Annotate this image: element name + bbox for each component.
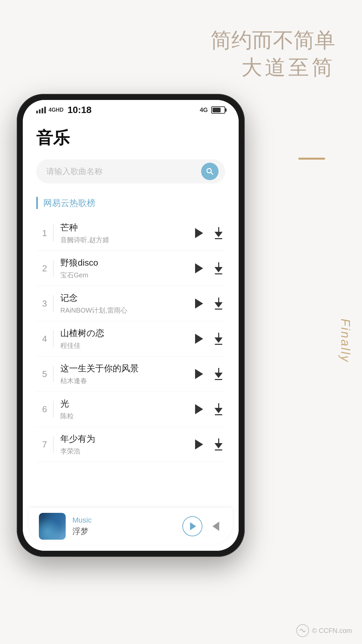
search-icon <box>205 167 214 176</box>
download-icon <box>215 368 223 380</box>
now-playing-song: 浮梦 <box>72 526 176 537</box>
song-artist: 李荣浩 <box>60 447 192 456</box>
network-label: 4GHD <box>49 107 63 113</box>
song-play-button[interactable] <box>192 402 205 416</box>
song-rank: 3 <box>36 299 53 309</box>
song-artist: 音阙诗听,赵方婧 <box>60 235 192 245</box>
watermark-text: © CCFN.com <box>312 627 352 635</box>
download-icon <box>215 403 223 415</box>
status-bar: 4GHD 10:18 4G <box>23 100 239 120</box>
song-rank: 1 <box>36 228 53 238</box>
svg-line-1 <box>211 172 213 175</box>
song-actions <box>192 297 225 310</box>
song-play-button[interactable] <box>192 262 205 275</box>
now-playing-info: Music 浮梦 <box>72 516 176 537</box>
song-actions <box>192 332 225 345</box>
song-artist: 宝石Gem <box>60 271 192 280</box>
song-actions <box>192 402 225 416</box>
download-icon <box>215 262 223 274</box>
play-icon <box>195 334 203 344</box>
song-name: 这一生关于你的风景 <box>60 363 192 374</box>
album-art <box>39 513 66 540</box>
song-item: 2 野狼disco 宝石Gem <box>36 251 225 286</box>
download-icon <box>215 298 223 310</box>
song-download-button[interactable] <box>212 226 225 240</box>
song-list: 1 芒种 音阙诗听,赵方婧 2 <box>36 216 225 462</box>
song-artist: 陈粒 <box>60 412 192 421</box>
song-play-button[interactable] <box>192 297 205 310</box>
song-play-button[interactable] <box>192 226 205 240</box>
play-circle-button[interactable] <box>182 516 202 536</box>
song-rank: 6 <box>36 404 53 415</box>
download-icon <box>215 333 223 345</box>
play-icon <box>195 404 203 414</box>
song-play-button[interactable] <box>192 367 205 381</box>
song-info: 这一生关于你的风景 枯木逢春 <box>60 363 192 385</box>
song-artist: RAiNBOW计划,雷雨心 <box>60 306 192 315</box>
play-circle-icon <box>190 522 196 530</box>
phone-frame: 4GHD 10:18 4G 音乐 请输入歌曲名称 <box>17 94 245 557</box>
song-download-button[interactable] <box>212 402 225 416</box>
song-name: 芒种 <box>60 222 192 233</box>
song-info: 芒种 音阙诗听,赵方婧 <box>60 222 192 245</box>
song-divider <box>53 401 54 418</box>
song-play-button[interactable] <box>192 332 205 345</box>
battery-fill <box>213 108 221 112</box>
song-item: 3 记念 RAiNBOW计划,雷雨心 <box>36 286 225 321</box>
download-icon <box>215 438 223 450</box>
phone-screen: 4GHD 10:18 4G 音乐 请输入歌曲名称 <box>23 100 239 551</box>
song-actions <box>192 262 225 275</box>
tagline-line2: 大道至简 <box>210 54 335 81</box>
song-item: 5 这一生关于你的风景 枯木逢春 <box>36 357 225 392</box>
song-name: 记念 <box>60 292 192 304</box>
song-rank: 2 <box>36 263 53 274</box>
svg-point-0 <box>207 168 211 173</box>
album-art-gradient <box>39 513 66 540</box>
download-icon <box>215 227 223 239</box>
signal-4g-label: 4G <box>200 107 208 114</box>
status-left: 4GHD 10:18 <box>36 105 92 115</box>
song-rank: 5 <box>36 369 53 379</box>
watermark-logo-icon <box>296 624 309 637</box>
watermark: © CCFN.com <box>296 624 352 637</box>
song-rank: 4 <box>36 334 53 344</box>
song-divider <box>53 295 54 312</box>
song-item: 4 山楂树の恋 程佳佳 <box>36 321 225 357</box>
song-name: 年少有为 <box>60 433 192 445</box>
song-play-button[interactable] <box>192 438 205 451</box>
song-download-button[interactable] <box>212 438 225 451</box>
section-title: 网易云热歌榜 <box>36 197 225 209</box>
song-item: 1 芒种 音阙诗听,赵方婧 <box>36 216 225 251</box>
search-placeholder: 请输入歌曲名称 <box>46 166 201 177</box>
tagline-block: 简约而不简单 大道至简 <box>210 27 335 81</box>
chevron-left-icon <box>213 522 219 531</box>
now-playing-bar[interactable]: Music 浮梦 <box>29 508 233 545</box>
dash-decoration <box>298 158 325 160</box>
song-divider <box>53 330 54 347</box>
phone-wrapper: 4GHD 10:18 4G 音乐 请输入歌曲名称 <box>17 94 245 590</box>
song-download-button[interactable] <box>212 262 225 275</box>
song-info: 年少有为 李荣浩 <box>60 433 192 456</box>
song-actions <box>192 438 225 451</box>
play-icon <box>195 299 203 309</box>
search-button[interactable] <box>201 163 219 180</box>
song-info: 光 陈粒 <box>60 398 192 421</box>
app-content: 音乐 请输入歌曲名称 网易云热歌榜 1 <box>23 120 239 551</box>
network-signal-icon <box>36 107 46 113</box>
play-icon <box>195 439 203 449</box>
song-divider <box>53 436 54 453</box>
battery-icon <box>211 106 225 114</box>
song-actions <box>192 226 225 240</box>
song-download-button[interactable] <box>212 332 225 345</box>
song-divider <box>53 260 54 277</box>
song-name: 野狼disco <box>60 257 192 269</box>
play-icon <box>195 369 203 379</box>
song-rank: 7 <box>36 439 53 450</box>
finally-text: Finally <box>339 319 351 363</box>
search-bar[interactable]: 请输入歌曲名称 <box>36 159 225 183</box>
back-button[interactable] <box>209 520 223 533</box>
song-download-button[interactable] <box>212 297 225 310</box>
song-info: 山楂树の恋 程佳佳 <box>60 327 192 350</box>
song-download-button[interactable] <box>212 367 225 381</box>
song-name: 山楂树の恋 <box>60 327 192 339</box>
